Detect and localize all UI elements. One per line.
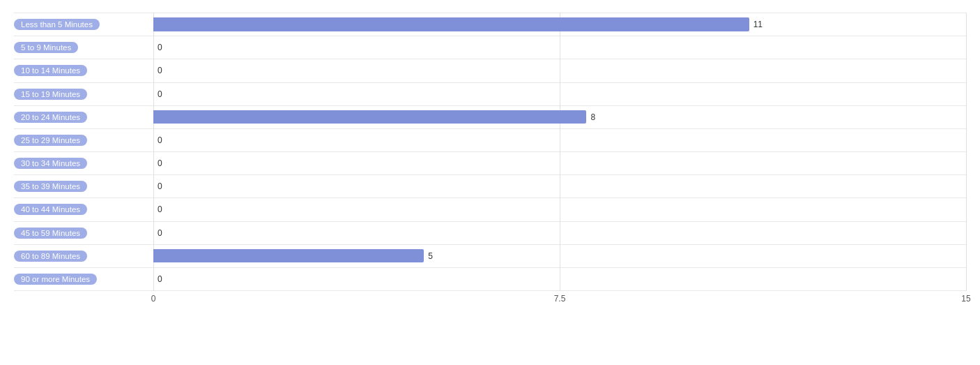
label-pill: 30 to 34 Minutes (14, 158, 87, 169)
bar-row: Less than 5 Minutes11 (14, 13, 966, 36)
bar-row: 45 to 59 Minutes0 (14, 221, 966, 244)
bars-area: Less than 5 Minutes115 to 9 Minutes010 t… (14, 13, 966, 291)
label-pill: 40 to 44 Minutes (14, 204, 87, 215)
bar-label: 40 to 44 Minutes (14, 204, 153, 215)
bar-fill (153, 249, 424, 262)
bar-label: 60 to 89 Minutes (14, 251, 153, 262)
bar-row: 30 to 34 Minutes0 (14, 151, 966, 174)
bar-fill (153, 110, 586, 124)
label-pill: 15 to 19 Minutes (14, 89, 87, 100)
label-pill: 35 to 39 Minutes (14, 181, 87, 192)
chart-container: Less than 5 Minutes115 to 9 Minutes010 t… (0, 0, 980, 365)
x-axis-tick: 15 (961, 294, 970, 304)
bar-track: 0 (153, 152, 966, 174)
grid-line-100 (966, 13, 967, 291)
bar-track: 5 (153, 245, 966, 267)
chart-body: Less than 5 Minutes115 to 9 Minutes010 t… (14, 13, 966, 308)
bar-label: 90 or more Minutes (14, 274, 153, 285)
bar-label: 15 to 19 Minutes (14, 89, 153, 100)
bar-value: 0 (158, 274, 162, 284)
bar-row: 35 to 39 Minutes0 (14, 174, 966, 198)
bar-value: 0 (158, 204, 162, 214)
bar-track: 8 (153, 106, 966, 128)
bar-row: 60 to 89 Minutes5 (14, 244, 966, 267)
x-axis: 07.515 (153, 294, 966, 308)
bar-value: 11 (753, 20, 763, 29)
bar-row: 20 to 24 Minutes8 (14, 105, 966, 128)
bar-row: 90 or more Minutes0 (14, 267, 966, 291)
bar-value: 0 (158, 228, 162, 238)
label-pill: 90 or more Minutes (14, 274, 97, 285)
bar-track: 0 (153, 198, 966, 221)
bar-label: 30 to 34 Minutes (14, 158, 153, 169)
bar-value: 0 (158, 135, 162, 145)
bar-value: 8 (590, 112, 595, 122)
bar-value: 0 (158, 66, 162, 75)
bar-track: 0 (153, 129, 966, 151)
label-pill: 5 to 9 Minutes (14, 42, 78, 53)
bar-track: 0 (153, 222, 966, 244)
bar-track: 0 (153, 175, 966, 198)
bar-row: 10 to 14 Minutes0 (14, 59, 966, 82)
bar-track: 11 (153, 13, 966, 36)
bar-row: 40 to 44 Minutes0 (14, 198, 966, 221)
bar-track: 0 (153, 268, 966, 290)
bar-value: 5 (428, 251, 433, 261)
bar-row: 5 to 9 Minutes0 (14, 36, 966, 59)
label-pill: Less than 5 Minutes (14, 19, 100, 30)
bar-value: 0 (158, 181, 162, 191)
bar-value: 0 (158, 89, 162, 99)
bar-value: 0 (158, 43, 162, 52)
label-pill: 25 to 29 Minutes (14, 135, 87, 146)
bar-track: 0 (153, 59, 966, 82)
bar-row: 15 to 19 Minutes0 (14, 82, 966, 105)
bar-label: 5 to 9 Minutes (14, 42, 153, 53)
bar-row: 25 to 29 Minutes0 (14, 128, 966, 151)
label-pill: 60 to 89 Minutes (14, 251, 87, 262)
label-pill: 10 to 14 Minutes (14, 65, 87, 76)
bar-value: 0 (158, 158, 162, 168)
bar-label: 25 to 29 Minutes (14, 135, 153, 146)
bar-label: 20 to 24 Minutes (14, 112, 153, 123)
bar-label: Less than 5 Minutes (14, 19, 153, 30)
bar-fill (153, 17, 749, 31)
bar-label: 45 to 59 Minutes (14, 228, 153, 239)
bar-label: 10 to 14 Minutes (14, 65, 153, 76)
bar-label: 35 to 39 Minutes (14, 181, 153, 192)
bar-track: 0 (153, 36, 966, 59)
label-pill: 45 to 59 Minutes (14, 228, 87, 239)
bar-track: 0 (153, 83, 966, 105)
label-pill: 20 to 24 Minutes (14, 112, 87, 123)
x-axis-tick: 0 (151, 294, 156, 304)
x-axis-tick: 7.5 (554, 294, 566, 304)
